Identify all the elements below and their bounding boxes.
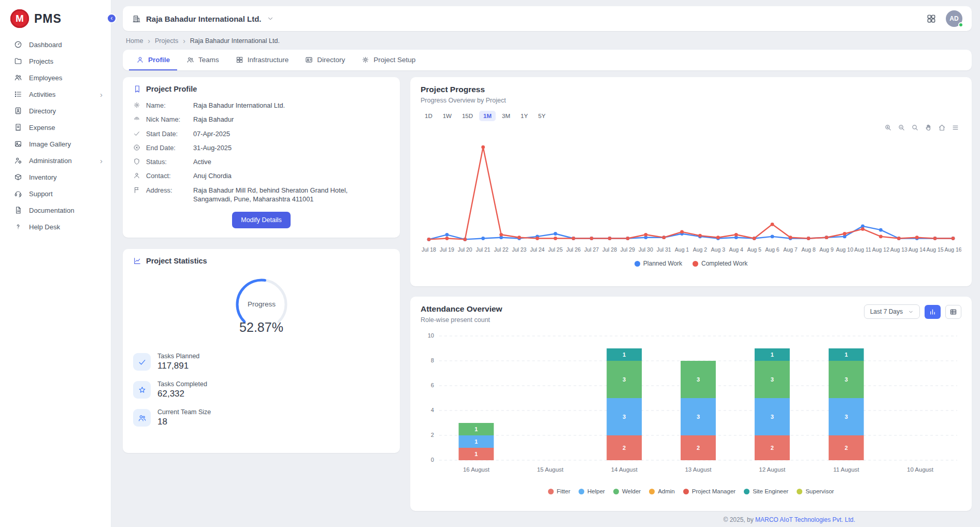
tab-infrastructure[interactable]: Infrastructure [228,50,296,70]
sidebar-item-inventory[interactable]: Inventory [0,169,111,185]
sidebar-item-activities[interactable]: Activities › [0,86,111,103]
range-button-3m[interactable]: 3M [498,111,514,121]
svg-text:Jul 19: Jul 19 [440,247,454,253]
sidebar-collapse-button[interactable]: ‹ [107,13,117,23]
svg-text:10: 10 [428,332,434,339]
gauge-label: Progress [247,300,275,308]
legend-item-completed-work[interactable]: Completed Work [693,260,747,267]
modify-details-button[interactable]: Modify Details [232,212,291,228]
directory-icon [14,107,22,115]
apps-grid-icon[interactable] [926,13,936,24]
svg-text:Jul 22: Jul 22 [494,247,509,253]
svg-text:3: 3 [771,376,774,383]
breadcrumb: Home › Projects › Raja Bahadur Internati… [126,37,969,45]
tab-directory[interactable]: Directory [298,50,352,70]
svg-text:1: 1 [845,352,848,358]
field-label: Address: [146,186,188,195]
svg-text:1: 1 [623,352,626,358]
svg-text:3: 3 [771,414,774,420]
sidebar-item-documentation[interactable]: Documentation [0,202,111,218]
sidebar-item-expense[interactable]: Expense [0,119,111,136]
svg-text:Aug 8: Aug 8 [801,247,816,253]
svg-text:1: 1 [474,426,478,432]
sidebar-item-label: Projects [29,57,53,65]
range-button-1y[interactable]: 1Y [516,111,532,121]
sidebar-item-employees[interactable]: Employees [0,69,111,86]
sidebar-item-help-desk[interactable]: Help Desk [0,218,111,235]
legend-item-helper[interactable]: Helper [579,488,605,494]
field-value: 31-Aug-2025 [193,143,232,152]
brand[interactable]: M PMS [0,6,111,36]
svg-text:2: 2 [697,445,700,451]
attendance-chart[interactable]: 024681016 August11115 August14 August233… [421,329,961,485]
range-button-1d[interactable]: 1D [421,111,437,121]
company-selector[interactable]: Raja Bahadur International Ltd. [132,14,274,23]
inventory-icon [14,173,22,181]
user-avatar[interactable]: AD [946,10,962,27]
tab-profile[interactable]: Profile [129,50,177,70]
svg-text:1: 1 [474,451,478,457]
svg-text:Jul 28: Jul 28 [602,247,617,253]
sidebar-item-dashboard[interactable]: Dashboard [0,36,111,53]
legend-item-admin[interactable]: Admin [649,488,675,494]
attendance-subtitle: Role-wise present count [421,316,502,324]
svg-text:13 August: 13 August [685,466,712,473]
menu-icon[interactable] [952,124,959,131]
pan-icon[interactable] [925,124,932,131]
svg-text:Aug 12: Aug 12 [872,247,889,253]
days-filter-select[interactable]: Last 7 Days [864,304,920,319]
breadcrumb-home[interactable]: Home [126,37,143,45]
main-content: Raja Bahadur International Ltd. AD Home … [111,0,980,527]
bar-view-button[interactable] [925,305,941,319]
tab-teams[interactable]: Teams [179,50,226,70]
field-label: Name: [146,101,188,110]
zoom-out-icon[interactable] [898,124,905,131]
svg-text:Jul 24: Jul 24 [530,247,544,253]
table-icon [949,308,957,316]
project-progress-card: Project Progress Progress Overview by Pr… [410,77,972,286]
zoom-selection-icon[interactable] [911,124,919,131]
project-profile-card: Project Profile Name: Raja Bahadur Inter… [123,77,400,238]
breadcrumb-projects[interactable]: Projects [155,37,178,45]
sidebar-item-label: Help Desk [29,223,60,231]
legend-item-project-manager[interactable]: Project Manager [683,488,736,494]
range-button-1m[interactable]: 1M [479,111,496,121]
svg-text:Jul 20: Jul 20 [458,247,472,253]
team-icon [133,409,151,427]
svg-text:Jul 26: Jul 26 [566,247,581,253]
legend-item-fitter[interactable]: Fitter [548,488,570,494]
svg-text:Aug 15: Aug 15 [927,247,944,253]
range-button-15d[interactable]: 15D [458,111,477,121]
legend-item-welder[interactable]: Welder [613,488,641,494]
svg-text:3: 3 [623,376,626,383]
svg-text:1: 1 [474,438,478,445]
range-buttons: 1D1W15D1M3M1Y5Y [421,111,961,121]
tab-project-setup[interactable]: Project Setup [354,50,423,70]
svg-text:Aug 11: Aug 11 [854,247,871,253]
sidebar: M PMS Dashboard Projects Employees Activ… [0,0,111,527]
sidebar-item-directory[interactable]: Directory [0,103,111,119]
legend-item-site-engineer[interactable]: Site Engineer [744,488,788,494]
sidebar-item-projects[interactable]: Projects [0,53,111,69]
legend-item-planned-work[interactable]: Planned Work [635,260,682,267]
sidebar-item-administration[interactable]: Administration › [0,152,111,169]
table-view-button[interactable] [945,305,961,319]
footer-company-link[interactable]: MARCO AIoT Technologies Pvt. Ltd. [755,516,855,523]
svg-text:Aug 5: Aug 5 [747,247,761,253]
svg-text:Aug 10: Aug 10 [836,247,853,253]
home-icon[interactable] [938,124,946,131]
sidebar-item-label: Documentation [29,207,74,214]
field-label: Status: [146,157,188,166]
person-icon [133,172,140,179]
sidebar-item-image-gallery[interactable]: Image Gallery [0,136,111,152]
sidebar-item-support[interactable]: Support [0,185,111,202]
field-value: 07-Apr-2025 [193,129,230,138]
range-button-5y[interactable]: 5Y [534,111,550,121]
legend-item-supervisor[interactable]: Supervisor [797,488,834,494]
range-button-1w[interactable]: 1W [439,111,456,121]
zoom-in-icon[interactable] [884,124,892,131]
gear-icon [362,56,369,64]
sidebar-item-label: Directory [29,107,56,115]
project-progress-chart[interactable]: Jul 18Jul 19Jul 20Jul 21Jul 22Jul 23Jul … [421,128,961,258]
stat-current-team-size: Current Team Size 18 [133,408,390,427]
